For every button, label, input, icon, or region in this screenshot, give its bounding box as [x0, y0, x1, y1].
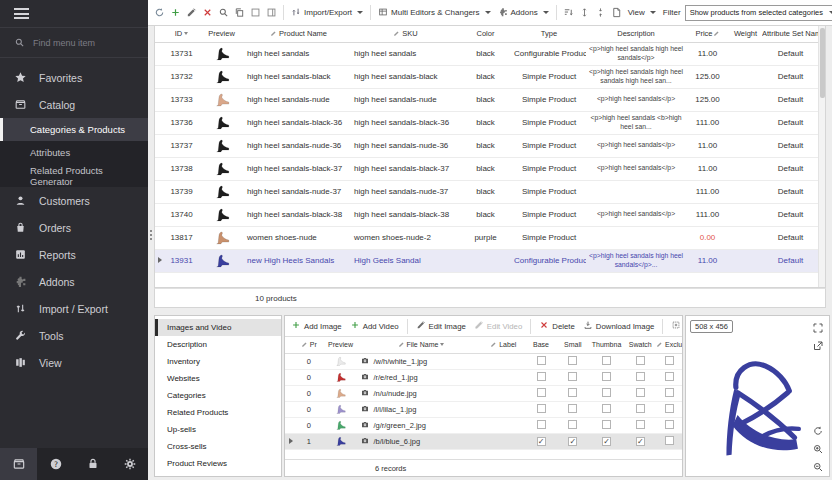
exclude-checkbox[interactable] [665, 436, 674, 445]
sort-icon[interactable] [561, 5, 576, 21]
column-header-base[interactable]: Base [525, 337, 557, 353]
column-header-description[interactable]: Description [586, 26, 686, 42]
product-row[interactable]: 13931new High Heels SandalsHigh Geels Sa… [155, 249, 819, 272]
column-header-small[interactable]: Small [557, 337, 589, 353]
exclude-checkbox[interactable] [665, 404, 674, 413]
zoom-in-icon[interactable] [812, 441, 825, 454]
product-row[interactable]: 13733high heel sandals-nudehigh heel san… [155, 88, 819, 111]
exclude-checkbox[interactable] [665, 420, 674, 429]
product-row[interactable]: 13740high heel sandals-black-38high heel… [155, 203, 819, 226]
image-row[interactable]: 0/n/u/nude.jpg [285, 385, 682, 401]
product-row[interactable]: 13732high heel sandals-blackhigh heel sa… [155, 65, 819, 88]
column-header-label[interactable]: Label [482, 337, 526, 353]
tab-inventory[interactable]: Inventory [155, 353, 281, 370]
sidebar-item-reports[interactable]: Reports [0, 241, 148, 268]
add-product-icon[interactable] [168, 5, 183, 21]
refresh-icon[interactable] [152, 5, 167, 21]
menu-search-input[interactable] [33, 38, 133, 48]
import-export-button[interactable]: Import/Export [288, 7, 366, 19]
column-header-type[interactable]: Type [512, 26, 586, 42]
image-row[interactable]: 0/g/r/green_2.jpg [285, 417, 682, 433]
fullscreen-icon[interactable] [812, 320, 825, 333]
swatch-checkbox[interactable] [636, 372, 645, 381]
column-header-pr[interactable]: Pr [297, 337, 321, 353]
product-row[interactable]: 13731high heel sandalshigh heel sandalsb… [155, 42, 819, 65]
addons-button[interactable]: Addons [495, 7, 552, 19]
export-grid-icon[interactable] [609, 5, 624, 21]
add-video-button[interactable]: Add Video [347, 320, 402, 332]
small-checkbox[interactable]: ✓ [568, 437, 577, 446]
sidebar-item-attributes[interactable]: Attributes [0, 141, 148, 164]
download-image-button[interactable]: Download Image [580, 320, 658, 332]
sidebar-item-related-products-generator[interactable]: Related Products Generator [0, 164, 148, 187]
column-header-swatch[interactable]: Swatch [624, 337, 656, 353]
add-image-button[interactable]: Add Image [288, 320, 345, 332]
small-checkbox[interactable] [568, 404, 577, 413]
row-expander-icon[interactable] [289, 438, 293, 444]
image-row[interactable]: 0/r/e/red_1.jpg [285, 369, 682, 385]
tab-images-and-video[interactable]: Images and Video [155, 319, 281, 336]
lock-icon[interactable] [74, 448, 111, 480]
column-header-product-name[interactable]: Product Name [245, 26, 352, 42]
column-header-sku[interactable]: SKU [352, 26, 459, 42]
collapse-rows-icon[interactable] [593, 5, 608, 21]
sidebar-item-catalog[interactable]: Catalog [0, 91, 148, 118]
small-checkbox[interactable] [568, 388, 577, 397]
small-checkbox[interactable] [568, 372, 577, 381]
view-button[interactable]: View [625, 8, 659, 17]
sidebar-item-addons[interactable]: Addons [0, 268, 148, 295]
gear-icon[interactable] [111, 448, 148, 480]
column-header-attribute-set-name[interactable]: Attribute Set Name [762, 26, 819, 42]
image-row[interactable]: 1/b/l/blue_6.jpg✓✓✓✓ [285, 433, 682, 449]
expand-rows-icon[interactable] [577, 5, 592, 21]
column-header-exclude[interactable]: Exclude [656, 337, 682, 353]
toggle-panel-icon[interactable] [264, 5, 279, 21]
swatch-checkbox[interactable] [636, 420, 645, 429]
column-header-color[interactable]: Color [459, 26, 512, 42]
row-expander-icon[interactable] [158, 257, 162, 263]
tab-up-sells[interactable]: Up-sells [155, 421, 281, 438]
swatch-checkbox[interactable] [636, 388, 645, 397]
column-header-preview[interactable]: Preview [321, 337, 361, 353]
thumbnail-checkbox[interactable] [602, 404, 611, 413]
column-header-preview[interactable]: Preview [198, 26, 245, 42]
tab-related-products[interactable]: Related Products [155, 404, 281, 421]
column-header-price[interactable]: Price [686, 26, 729, 42]
sidebar-item-tools[interactable]: Tools [0, 322, 148, 349]
base-checkbox[interactable] [537, 388, 546, 397]
swatch-checkbox[interactable]: ✓ [636, 437, 645, 446]
multi-editors-button[interactable]: Multi Editors & Changers [375, 7, 493, 19]
select-checkbox-icon[interactable] [248, 5, 263, 21]
column-header-weight[interactable]: Weight [729, 26, 762, 42]
base-checkbox[interactable] [537, 356, 546, 365]
image-row[interactable]: 0/w/h/white_1.jpg [285, 353, 682, 369]
product-row[interactable]: 13736high heel sandals-black-36high heel… [155, 111, 819, 134]
zoom-out-icon[interactable] [812, 459, 825, 472]
category-filter-select[interactable]: Show products from selected categories [685, 5, 832, 21]
sidebar-item-customers[interactable]: Customers [0, 187, 148, 214]
base-checkbox[interactable] [537, 404, 546, 413]
product-row[interactable]: 13739high heel sandals-nude-37high heel … [155, 180, 819, 203]
thumbnail-checkbox[interactable] [602, 356, 611, 365]
edit-product-icon[interactable] [184, 5, 199, 21]
edit-image-button[interactable]: Edit Image [413, 320, 469, 332]
sidebar-item-view[interactable]: View [0, 349, 148, 376]
delete-product-icon[interactable] [200, 5, 215, 21]
thumbnail-checkbox[interactable] [602, 388, 611, 397]
tab-categories[interactable]: Categories [155, 387, 281, 404]
vertical-scrollbar[interactable] [818, 26, 825, 287]
archive-icon[interactable] [0, 448, 37, 480]
sidebar-item-import-export[interactable]: Import / Export [0, 295, 148, 322]
thumbnail-checkbox[interactable] [602, 420, 611, 429]
exclude-checkbox[interactable] [665, 372, 674, 381]
delete-button[interactable]: Delete [536, 320, 578, 332]
small-checkbox[interactable] [568, 356, 577, 365]
set-resize-rule-button[interactable]: Set Resize Rule [668, 320, 682, 332]
product-row[interactable]: 13817women shoes-nudewomen shoes-nude-2p… [155, 226, 819, 249]
tab-cross-sells[interactable]: Cross-sells [155, 438, 281, 455]
column-header-thumbna[interactable]: Thumbna [589, 337, 625, 353]
exclude-checkbox[interactable] [665, 356, 674, 365]
base-checkbox[interactable] [537, 420, 546, 429]
open-external-icon[interactable] [812, 338, 825, 351]
base-checkbox[interactable] [537, 372, 546, 381]
